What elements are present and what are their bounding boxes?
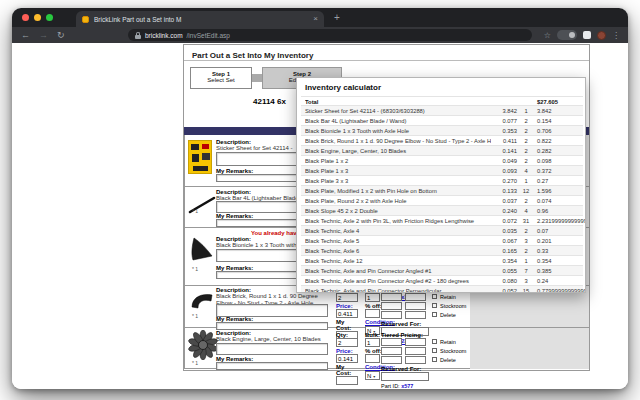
tab-title: BrickLink Part out a Set into M	[94, 16, 308, 23]
back-icon[interactable]: ←	[21, 30, 30, 40]
calc-item-total: 0.385	[537, 266, 552, 276]
reserved-for-input[interactable]	[381, 372, 429, 381]
calc-item-total: 0.96	[537, 206, 548, 216]
description-textarea[interactable]	[216, 343, 328, 355]
calculator-row: Black Technic, Axle 2 with Pin 3L, with …	[301, 216, 583, 226]
delete-checkbox[interactable]	[432, 357, 437, 362]
tier-input[interactable]	[405, 302, 426, 310]
calc-item-price: 0.055	[477, 266, 517, 276]
part-id: Part ID: x577	[381, 383, 413, 389]
my-remarks-input[interactable]	[216, 362, 328, 370]
tier-input[interactable]	[381, 302, 402, 310]
tier-input[interactable]	[381, 311, 402, 319]
condition-select[interactable]: N▾	[365, 371, 380, 380]
address-bar[interactable]: bricklink.com /invSetEdit.asp	[128, 29, 532, 41]
calc-item-name: Black Technic, Axle 5	[305, 236, 491, 246]
new-tab-button[interactable]: +	[334, 12, 340, 24]
calc-item-qty: 2	[519, 246, 533, 256]
traffic-lights	[22, 14, 53, 21]
price-input[interactable]: 0.411	[336, 309, 358, 318]
close-tab-icon[interactable]: ×	[313, 15, 318, 23]
tier-input[interactable]	[381, 293, 402, 301]
part-id-link[interactable]: x577	[401, 383, 413, 389]
calculator-row: Black Technic, Axle and Pin Connector An…	[301, 266, 583, 276]
calculator-row: Black Plate 1 x 20.04920.098	[301, 156, 583, 166]
retain-checkbox-label: Retain	[440, 294, 456, 300]
calc-item-name: Black Plate 3 x 3	[305, 176, 491, 186]
tier-input[interactable]	[405, 347, 426, 355]
extension-pill[interactable]	[557, 30, 577, 40]
calc-item-price: 0.093	[477, 166, 517, 176]
calc-item-price: 3.842	[477, 106, 517, 116]
tier-input[interactable]	[405, 293, 426, 301]
calc-item-name: Black Technic, Axle and Pin Connector Pe…	[305, 286, 491, 293]
calc-item-total: 2.2319999999999998	[537, 216, 586, 226]
calc-item-qty: 2	[519, 196, 533, 206]
qty-input[interactable]: 2	[336, 293, 358, 302]
tier-input[interactable]	[405, 311, 426, 319]
close-window-button[interactable]	[22, 14, 29, 21]
browser-menu-icon[interactable]: ⋮	[612, 31, 620, 40]
tier-input[interactable]	[381, 347, 402, 355]
thumbnail-count: * 1	[192, 266, 198, 272]
calc-item-price: 0.052	[477, 286, 517, 293]
calc-item-price: 0.411	[477, 136, 517, 146]
step1-tab[interactable]: Step 1 Select Set	[190, 67, 252, 89]
tier-input[interactable]	[381, 338, 402, 346]
stockroom-checkbox-label: Stockroom	[440, 303, 466, 309]
extensions-icon[interactable]	[583, 31, 591, 39]
calculator-row: Black Technic, Axle 40.03520.07	[301, 226, 583, 236]
calc-item-name: Black Technic, Axle 12	[305, 256, 491, 266]
popup-title: Inventory calculator	[305, 83, 585, 92]
calc-item-price: 0.165	[477, 246, 517, 256]
retain-checkbox[interactable]	[432, 294, 437, 299]
calculator-row: Black Technic, Axle 50.06730.201	[301, 236, 583, 246]
price-input[interactable]: 0.141	[336, 354, 358, 363]
calc-item-qty: 1	[519, 176, 533, 186]
calc-item-name: Black Bionicle 1 x 3 Tooth with Axle Hol…	[305, 126, 491, 136]
my-remarks-input[interactable]	[216, 322, 328, 330]
calculator-row: Black Technic, Axle and Pin Connector Pe…	[301, 286, 583, 293]
calculator-row: Sticker Sheet for Set 42114 - (68303/630…	[301, 106, 583, 116]
set-heading: 42114 6x	[253, 97, 286, 106]
tab-bar: BrickLink Part out a Set into M × +	[12, 8, 628, 27]
calc-item-price: 0.035	[477, 226, 517, 236]
calc-item-name: Black Engine, Large, Center, 10 Blades	[305, 146, 491, 156]
calc-item-price: 0.080	[477, 276, 517, 286]
stockroom-checkbox[interactable]	[432, 348, 437, 353]
url-path: /invSetEdit.asp	[187, 32, 230, 39]
calc-item-total: 0.33	[537, 246, 548, 256]
bookmark-star-icon[interactable]: ☆	[544, 31, 551, 40]
calc-item-total: 1.596	[537, 186, 552, 196]
tier-input[interactable]	[381, 356, 402, 364]
reload-icon[interactable]: ↻	[57, 30, 65, 40]
stockroom-checkbox[interactable]	[432, 303, 437, 308]
tier-input[interactable]	[405, 338, 426, 346]
calc-item-price: 0.077	[477, 116, 517, 126]
minimize-window-button[interactable]	[34, 14, 41, 21]
forward-icon[interactable]: →	[39, 30, 48, 40]
browser-tab[interactable]: BrickLink Part out a Set into M ×	[76, 11, 324, 27]
calc-item-name: Black Technic, Axle 2 with Pin 3L, with …	[305, 216, 491, 226]
calc-item-price: 0.353	[477, 126, 517, 136]
thumbnail-count: * 1	[192, 360, 198, 366]
qty-input[interactable]: 2	[336, 338, 358, 347]
delete-checkbox-label: Delete	[440, 357, 456, 363]
browser-toolbar: ← → ↻ bricklink.com /invSetEdit.asp ☆ ⋮	[12, 27, 628, 43]
my-cost-input[interactable]	[336, 376, 358, 385]
calc-item-qty: 2	[519, 126, 533, 136]
delete-checkbox[interactable]	[432, 312, 437, 317]
calc-item-qty: 1	[519, 106, 533, 116]
pct-off-input[interactable]	[365, 354, 380, 363]
bulk-input[interactable]: 1	[365, 293, 380, 302]
zoom-window-button[interactable]	[46, 14, 53, 21]
calc-item-name: Black Bar 4L (Lightsaber Blade / Wand)	[305, 116, 491, 126]
tier-input[interactable]	[405, 356, 426, 364]
calc-item-name: Black Technic, Axle and Pin Connector An…	[305, 276, 491, 286]
retain-checkbox[interactable]	[432, 339, 437, 344]
pct-off-input[interactable]	[365, 309, 380, 318]
calculator-row: Black Brick, Round 1 x 1 d. 90 Degree El…	[301, 136, 583, 146]
calculator-row: Black Plate, Round 2 x 2 with Axle Hole0…	[301, 196, 583, 206]
profile-avatar[interactable]	[597, 31, 606, 40]
bulk-input[interactable]: 1	[365, 338, 380, 347]
